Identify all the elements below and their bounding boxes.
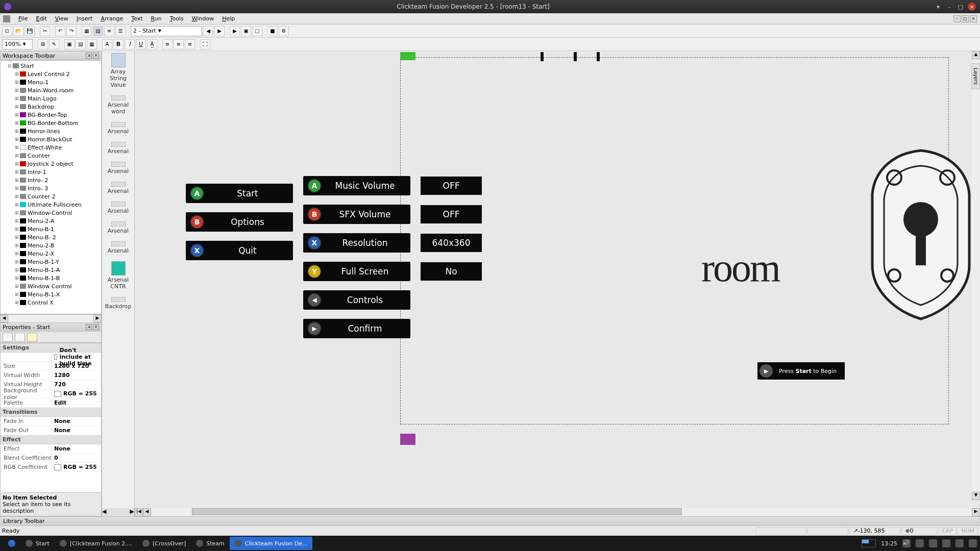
stop-button[interactable]: ■ — [267, 26, 278, 36]
bluetooth-icon[interactable] — [929, 539, 937, 547]
menu-tools[interactable]: Tools — [166, 14, 188, 23]
next-frame-button[interactable]: ▶ — [214, 26, 225, 36]
tree-item-10[interactable]: ⊞Counter — [1, 152, 101, 160]
horror-line-3[interactable] — [597, 52, 600, 61]
bg-border-top-object[interactable] — [400, 434, 415, 445]
tree-item-7[interactable]: ⊞Horror-lines — [1, 127, 101, 135]
main-logo-crest[interactable] — [865, 148, 977, 321]
tree-item-19[interactable]: ⊞Menu-B-1 — [1, 225, 101, 233]
tree-item-26[interactable]: ⊞Window Control — [1, 282, 101, 290]
tree-item-18[interactable]: ⊞Menu-2-A — [1, 217, 101, 225]
taskbar-item-3[interactable]: Steam — [191, 537, 230, 550]
discord-tray-icon[interactable] — [942, 539, 950, 547]
tree-item-17[interactable]: ⊞Window-Control — [1, 209, 101, 217]
menu-text[interactable]: Text — [127, 14, 146, 23]
properties-close-button[interactable]: × — [93, 324, 99, 330]
object-strip-item[interactable]: Arsenal — [105, 221, 132, 234]
tree-item-1[interactable]: ⊞Menu-1 — [1, 78, 101, 86]
workspace-close-button[interactable]: × — [93, 53, 99, 59]
workspace-pin-button[interactable]: ⇲ — [86, 53, 92, 59]
properties-tab-1[interactable] — [3, 333, 13, 342]
properties-pin-button[interactable]: ⇲ — [86, 324, 92, 330]
game-menu-options[interactable]: BOptions — [186, 212, 293, 232]
prop-row[interactable]: Blend Coefficient0 — [1, 454, 101, 463]
prop-row[interactable]: Virtual Width1280 — [1, 371, 101, 380]
game-menu-quit[interactable]: XQuit — [186, 241, 293, 260]
align-right-button[interactable]: ≡ — [185, 39, 195, 49]
object-strip-item[interactable]: Arsenal — [105, 202, 132, 214]
workspace-switcher[interactable] — [862, 539, 876, 547]
object-strip-item[interactable]: Arsenal word — [105, 95, 132, 115]
tree-item-20[interactable]: ⊞Menu-B- 2 — [1, 233, 101, 241]
object-strip-item[interactable]: Arsenal — [105, 142, 132, 155]
tree-root-start[interactable]: ⊟Start — [1, 62, 101, 70]
library-toolbar[interactable]: Library Toolbar — [0, 516, 980, 525]
menu-help[interactable]: Help — [218, 14, 239, 23]
tray-icon[interactable] — [955, 539, 964, 547]
taskbar-item-2[interactable]: [CrossOver] — [137, 537, 191, 550]
menu-window[interactable]: Window — [188, 14, 218, 23]
tree-item-11[interactable]: ⊞Joystick 2 object — [1, 160, 101, 168]
tree-item-28[interactable]: ⊞Control X — [1, 298, 101, 307]
build-button[interactable]: ⚙ — [279, 26, 289, 36]
window-close-icon[interactable]: × — [968, 3, 976, 11]
object-strip[interactable]: Array String ValueArsenal wordArsenalArs… — [102, 51, 135, 516]
tree-item-27[interactable]: ⊞Menu-B-1-X — [1, 290, 101, 298]
press-start-prompt[interactable]: ▶ Press Start to Begin — [757, 362, 845, 380]
menu-file[interactable]: File — [14, 14, 32, 23]
undo-button[interactable]: ↶ — [55, 26, 65, 36]
view-mode3-button[interactable]: ▦ — [87, 39, 97, 49]
redo-button[interactable]: ↷ — [66, 26, 77, 36]
tree-item-8[interactable]: ⊞Horror-BlackOut — [1, 135, 101, 143]
tree-item-25[interactable]: ⊞Menu-B-1-B — [1, 274, 101, 282]
run-project-button[interactable]: ▶ — [230, 26, 240, 36]
frame-selector-combo[interactable]: 2 - Start▼ — [131, 26, 202, 36]
tree-item-12[interactable]: ⊞Intro-1 — [1, 168, 101, 176]
tree-item-5[interactable]: ⊞BG-Border-Top — [1, 111, 101, 119]
prop-row[interactable]: RGB CoefficientRGB = 255 — [1, 463, 101, 472]
prop-row[interactable]: PaletteEdit — [1, 398, 101, 408]
object-strip-item[interactable]: Arsenal — [105, 241, 132, 254]
canvas-viewport[interactable]: ▲▼ Layers AStartBOptionsXQuit AMusic Vol… — [135, 51, 980, 508]
game-option-resolution[interactable]: XResolution — [303, 233, 410, 253]
storyboard-editor-button[interactable]: ▦ — [82, 26, 92, 36]
taskbar-item-4[interactable]: Clickteam Fusion De... — [230, 537, 313, 550]
game-option-sfx-volume[interactable]: BSFX Volume — [303, 205, 410, 224]
cut-button[interactable]: ✂ — [40, 26, 50, 36]
tree-item-6[interactable]: ⊞BG-Border-Bottom — [1, 119, 101, 127]
game-option-value[interactable]: OFF — [421, 205, 482, 223]
window-minimize-icon[interactable]: – — [945, 3, 953, 11]
view-mode1-button[interactable]: ▣ — [64, 39, 75, 49]
game-menu-start[interactable]: AStart — [186, 184, 293, 203]
mdi-minimize-button[interactable]: – — [953, 15, 961, 22]
run-application-button[interactable]: ▣ — [241, 26, 251, 36]
taskbar-item-0[interactable]: Start — [20, 537, 55, 550]
underline-button[interactable]: U — [136, 39, 146, 49]
frame-editor-button[interactable]: ▤ — [93, 26, 103, 36]
tree-item-15[interactable]: ⊞Counter 2 — [1, 192, 101, 201]
text-color-button[interactable]: A̲ — [147, 39, 157, 49]
window-iconify-icon[interactable]: ▾ — [934, 3, 942, 11]
tree-item-4[interactable]: ⊞Backdrop — [1, 103, 101, 111]
bg-border-bottom-object[interactable] — [400, 52, 415, 60]
prop-row[interactable]: Fade InNone — [1, 417, 101, 426]
prop-row[interactable]: Background colorRGB = 255 — [1, 389, 101, 398]
run-frame-button[interactable]: ▢ — [252, 26, 262, 36]
tree-item-13[interactable]: ⊞Intro- 2 — [1, 176, 101, 184]
properties-tab-2[interactable] — [15, 333, 25, 342]
tree-item-21[interactable]: ⊞Menu-2-B — [1, 241, 101, 249]
os-start-menu-button[interactable] — [3, 537, 20, 550]
prop-row[interactable]: EffectNone — [1, 444, 101, 454]
game-option-controls[interactable]: ◀Controls — [303, 290, 410, 310]
font-button[interactable]: A — [102, 39, 112, 49]
updates-icon[interactable] — [969, 539, 977, 547]
properties-tab-3[interactable] — [27, 333, 37, 342]
window-maximize-icon[interactable]: □ — [957, 3, 965, 11]
italic-button[interactable]: I — [125, 39, 135, 49]
view-mode2-button[interactable]: ▤ — [76, 39, 86, 49]
save-button[interactable]: 💾 — [24, 26, 35, 36]
frame-size-button[interactable]: ⛶ — [200, 39, 210, 49]
object-strip-item[interactable]: Arsenal — [105, 122, 132, 135]
tree-item-9[interactable]: ⊞Effect-White — [1, 143, 101, 152]
tree-hscroll[interactable]: ◀▶ — [0, 314, 102, 322]
